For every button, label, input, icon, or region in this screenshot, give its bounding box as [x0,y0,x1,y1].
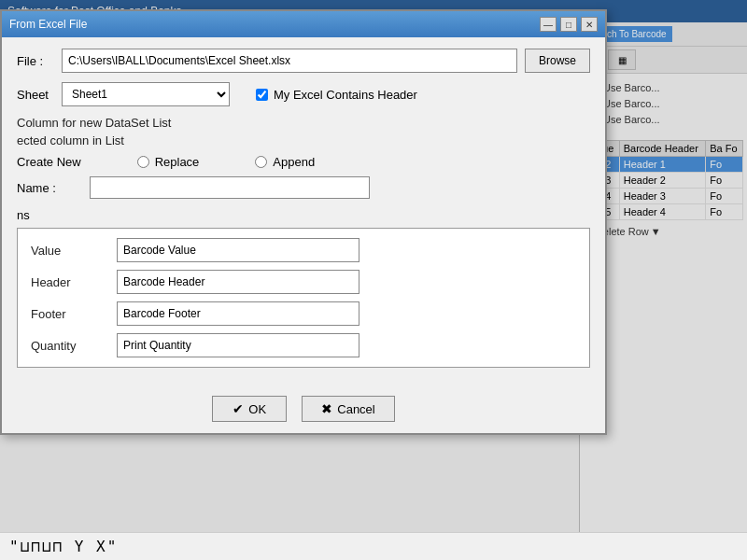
minimize-button[interactable]: — [540,17,557,32]
browse-button[interactable]: Browse [525,49,590,73]
mapping-row-header: Header [31,270,576,294]
mapping-container: Value Header Footer Quantity [17,228,590,368]
radio-append-label: Append [273,155,315,169]
sheet-label: Sheet [17,88,54,102]
sheet-select[interactable]: Sheet1 [62,82,230,106]
import-excel-dialog: From Excel File — □ ✕ File : Browse Shee… [0,9,607,435]
mapping-row-value: Value [31,238,576,262]
sheet-row: Sheet Sheet1 My Excel Contains Header [17,82,590,106]
barcode-status-text: "⊔⊓⊔⊓ Y X" [9,538,118,555]
file-row: File : Browse [17,49,590,73]
mapping-row-footer: Footer [31,301,576,326]
mapping-input-footer[interactable] [117,301,359,326]
header-checkbox-label: My Excel Contains Header [274,88,417,102]
mapping-input-header[interactable] [117,270,359,294]
mapping-row-quantity: Quantity [31,333,576,357]
name-label: Name : [17,181,82,195]
header-checkbox-area: My Excel Contains Header [256,88,417,102]
ok-label: OK [248,402,266,416]
modal-window-controls: — □ ✕ [540,17,598,32]
radio-replace: Replace [137,155,200,169]
header-checkbox[interactable] [256,89,268,101]
modal-titlebar: From Excel File — □ ✕ [2,11,605,37]
ok-button[interactable]: ✔ OK [212,396,287,422]
columns-ns-label: ns [17,208,590,222]
mapping-label-header: Header [31,275,106,289]
name-input[interactable] [90,176,370,199]
radio-append: Append [255,155,315,169]
selected-column-label: ected column in List [17,133,590,147]
cancel-button[interactable]: ✖ Cancel [302,396,394,422]
close-button[interactable]: ✕ [581,17,598,32]
mapping-label-quantity: Quantity [31,339,106,353]
file-input[interactable] [62,49,517,73]
cancel-label: Cancel [337,402,374,416]
radio-group: Create New Replace Append [17,155,590,169]
radio-create-new: Create New [17,155,81,169]
maximize-button[interactable]: □ [560,17,577,32]
name-row: Name : [17,176,590,199]
mapping-input-value[interactable] [117,238,359,262]
radio-create-label: Create New [17,155,81,169]
status-bar: "⊔⊓⊔⊓ Y X" [0,532,747,560]
mapping-input-quantity[interactable] [117,333,359,357]
radio-replace-input[interactable] [137,156,149,168]
ok-icon: ✔ [233,401,244,416]
modal-footer: ✔ OK ✖ Cancel [2,388,605,433]
mapping-label-footer: Footer [31,307,106,321]
radio-replace-label: Replace [155,155,200,169]
modal-body: File : Browse Sheet Sheet1 My Excel Cont… [2,37,605,388]
cancel-icon: ✖ [321,401,332,416]
columns-section-label: Column for new DataSet List [17,116,590,130]
mapping-label-value: Value [31,244,106,258]
modal-title: From Excel File [9,18,87,31]
radio-append-input[interactable] [255,156,267,168]
file-label: File : [17,54,54,68]
